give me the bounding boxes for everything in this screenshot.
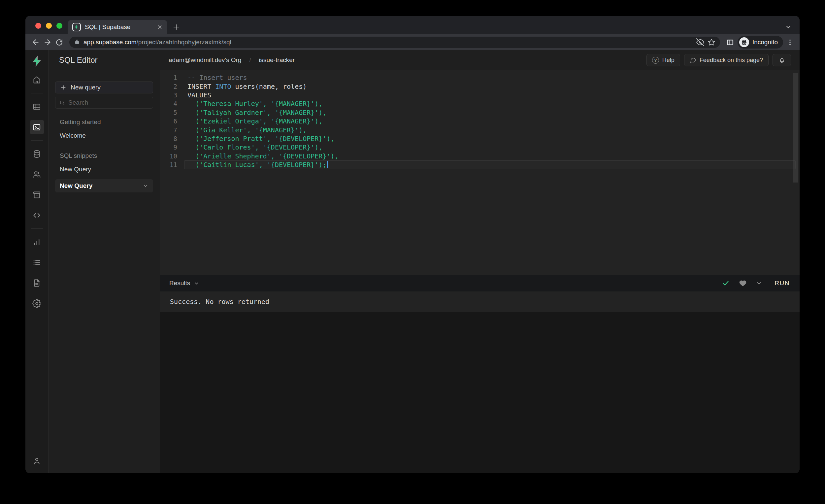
browser-tab[interactable]: SQL | Supabase <box>68 20 167 34</box>
code-text: ('Jefferson Pratt', '{DEVELOPER}'), <box>177 135 334 143</box>
table-editor-icon[interactable] <box>30 99 44 114</box>
line-number: 6 <box>160 118 177 125</box>
account-person-icon[interactable] <box>30 453 44 468</box>
bookmark-star-icon[interactable] <box>707 38 716 46</box>
close-tab-icon[interactable] <box>157 24 163 30</box>
reports-chart-icon[interactable] <box>30 235 44 249</box>
lock-icon <box>74 39 80 46</box>
breadcrumb-org[interactable]: adam@windmill.dev's Org <box>169 57 241 64</box>
line-number: 8 <box>160 135 177 142</box>
results-toolbar: Results RUN <box>160 275 800 291</box>
notifications-bell-button[interactable] <box>772 54 791 66</box>
code-line[interactable]: 2INSERT INTO users(name, roles) <box>160 82 800 90</box>
reload-icon[interactable] <box>55 38 63 47</box>
supabase-logo[interactable] <box>31 56 43 68</box>
search-box[interactable] <box>55 97 153 109</box>
code-line[interactable]: 8 ('Jefferson Pratt', '{DEVELOPER}'), <box>160 134 800 143</box>
run-options-chevron-icon[interactable] <box>756 280 762 286</box>
query-status-message: Success. No rows returned <box>160 291 800 312</box>
breadcrumb-project[interactable]: issue-tracker <box>259 57 295 64</box>
line-number: 2 <box>160 83 177 90</box>
home-icon[interactable] <box>30 73 44 87</box>
tab-search-chevron-icon[interactable] <box>785 24 792 30</box>
sidebar-item-new-query[interactable]: New Query <box>55 163 153 176</box>
code-text: -- Insert users <box>177 74 247 81</box>
sql-editor-sidebar: SQL Editor New query Getting started Wel… <box>49 50 160 473</box>
code-lines: 1-- Insert users2INSERT INTO users(name,… <box>160 73 800 169</box>
chevron-down-icon[interactable] <box>143 183 149 189</box>
code-line[interactable]: 3VALUES <box>160 91 800 99</box>
url-bar[interactable]: app.supabase.com/project/azahtnhqohyjerz… <box>69 37 720 48</box>
content-header: adam@windmill.dev's Org / issue-tracker … <box>160 50 800 70</box>
supabase-app: SQL Editor New query Getting started Wel… <box>25 50 800 473</box>
code-text: ('Theresa Hurley', '{MANAGER}'), <box>177 100 322 107</box>
new-tab-plus-icon[interactable] <box>172 20 180 34</box>
success-check-icon <box>722 279 730 287</box>
favorite-heart-icon[interactable] <box>739 279 747 287</box>
kebab-menu-icon[interactable] <box>786 39 794 46</box>
api-code-icon[interactable] <box>30 208 44 222</box>
results-dropdown[interactable]: Results <box>169 280 199 287</box>
zoom-window-button[interactable] <box>57 23 62 29</box>
incognito-icon <box>739 37 749 47</box>
results-empty-area <box>160 312 800 473</box>
section-label-getting-started: Getting started <box>60 119 149 126</box>
rail-divider <box>31 228 43 229</box>
incognito-badge: Incognito <box>738 36 783 49</box>
section-label-sql-snippets: SQL snippets <box>60 152 149 159</box>
line-number: 5 <box>160 109 177 116</box>
code-line[interactable]: 4 ('Theresa Hurley', '{MANAGER}'), <box>160 99 800 108</box>
supabase-favicon-icon <box>72 23 81 31</box>
search-icon <box>59 100 65 106</box>
sidebar-item-welcome[interactable]: Welcome <box>55 129 153 142</box>
nav-rail <box>25 50 49 473</box>
browser-toolbar: app.supabase.com/project/azahtnhqohyjerz… <box>25 34 800 50</box>
sql-editor-terminal-icon[interactable] <box>30 120 44 134</box>
sql-code-editor[interactable]: 1-- Insert users2INSERT INTO users(name,… <box>160 70 800 275</box>
settings-gear-icon[interactable] <box>30 296 44 310</box>
search-input[interactable] <box>68 99 149 106</box>
help-question-icon: ? <box>652 57 659 64</box>
code-text: INSERT INTO users(name, roles) <box>177 82 307 90</box>
forward-arrow-icon[interactable] <box>43 38 52 47</box>
code-line[interactable]: 9 ('Carlo Flores', '{DEVELOPER}'), <box>160 143 800 151</box>
code-text: ('Taliyah Gardner', '{MANAGER}'), <box>177 109 326 117</box>
code-line[interactable]: 11 ('Caitlin Lucas', '{DEVELOPER}'); <box>160 160 800 169</box>
code-line[interactable]: 5 ('Taliyah Gardner', '{MANAGER}'), <box>160 108 800 117</box>
line-number: 1 <box>160 74 177 81</box>
docs-file-icon[interactable] <box>30 276 44 290</box>
url-text: app.supabase.com/project/azahtnhqohyjerz… <box>83 39 693 46</box>
line-number: 9 <box>160 144 177 151</box>
incognito-label: Incognito <box>752 39 778 46</box>
editor-scrollbar[interactable] <box>793 73 798 183</box>
new-query-button[interactable]: New query <box>55 81 153 93</box>
browser-window: SQL | Supabase app.supabase.com/project/… <box>25 16 800 473</box>
close-window-button[interactable] <box>35 23 41 29</box>
auth-users-icon[interactable] <box>30 167 44 182</box>
main-content: adam@windmill.dev's Org / issue-tracker … <box>160 50 800 473</box>
chevron-down-icon <box>194 281 199 286</box>
code-line[interactable]: 1-- Insert users <box>160 73 800 82</box>
storage-archive-icon[interactable] <box>30 188 44 202</box>
plus-icon <box>60 84 67 91</box>
breadcrumb: adam@windmill.dev's Org / issue-tracker <box>169 57 295 64</box>
minimize-window-button[interactable] <box>46 23 52 29</box>
sidebar-item-new-query-selected[interactable]: New Query <box>55 179 153 193</box>
rail-divider <box>31 93 43 93</box>
help-button[interactable]: ? Help <box>647 54 680 66</box>
code-line[interactable]: 10 ('Arielle Shepherd', '{DEVELOPER}'), <box>160 152 800 160</box>
rail-divider <box>31 140 43 141</box>
page-title: SQL Editor <box>49 50 160 70</box>
run-button[interactable]: RUN <box>774 280 790 287</box>
eye-off-icon[interactable] <box>696 38 704 46</box>
code-text: ('Carlo Flores', '{DEVELOPER}'), <box>177 143 322 151</box>
back-arrow-icon[interactable] <box>31 38 40 47</box>
code-line[interactable]: 7 ('Gia Keller', '{MANAGER}'), <box>160 126 800 134</box>
database-icon[interactable] <box>30 147 44 161</box>
bell-icon <box>778 57 785 64</box>
side-panel-icon[interactable] <box>726 38 734 47</box>
logs-list-icon[interactable] <box>30 255 44 270</box>
code-line[interactable]: 6 ('Ezekiel Ortega', '{MANAGER}'), <box>160 117 800 126</box>
window-controls <box>35 23 62 29</box>
feedback-button[interactable]: Feedback on this page? <box>684 54 768 66</box>
